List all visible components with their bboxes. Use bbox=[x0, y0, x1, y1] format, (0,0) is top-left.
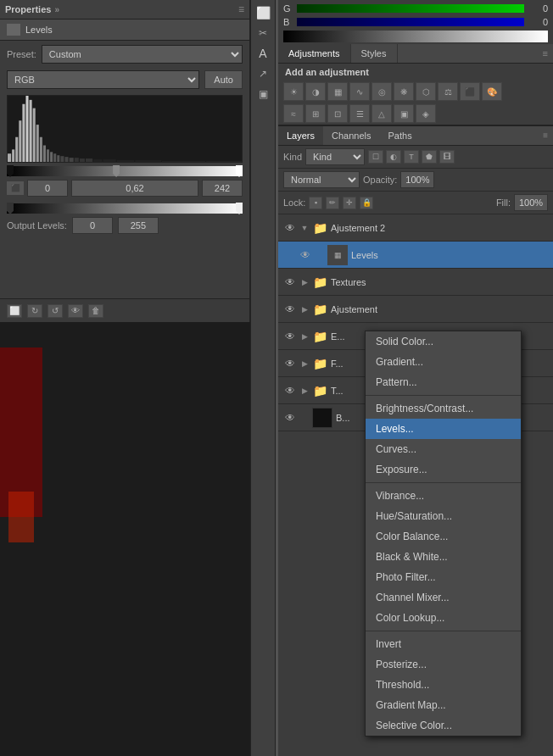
tool-item-3[interactable]: A bbox=[254, 44, 272, 63]
adj-threshold-icon[interactable]: △ bbox=[371, 104, 392, 123]
lock-paint-icon[interactable]: ✏ bbox=[326, 197, 339, 209]
layer-row-ajustement2[interactable]: 👁 ▼ 📁 Ajustement 2 bbox=[278, 214, 553, 242]
menu-item-0[interactable]: Solid Color... bbox=[366, 331, 521, 352]
tool-item-5[interactable]: ▣ bbox=[254, 85, 272, 103]
tool-item-4[interactable]: ↗ bbox=[254, 64, 272, 83]
menu-item-7[interactable]: Vibrance... bbox=[366, 486, 521, 506]
layer-row-textures[interactable]: 👁 ▶ 📁 Textures bbox=[278, 269, 553, 296]
output-black-slider[interactable] bbox=[7, 203, 14, 214]
refresh-icon[interactable]: ↻ bbox=[27, 304, 42, 318]
output-white-input[interactable]: 255 bbox=[118, 217, 159, 234]
mid-level-input[interactable]: 0,62 bbox=[71, 180, 198, 197]
menu-item-2[interactable]: Pattern... bbox=[366, 372, 521, 392]
adj-hue-icon[interactable]: ⬡ bbox=[416, 82, 436, 101]
tool-item-2[interactable]: ✂ bbox=[254, 24, 272, 42]
filter-adj-icon[interactable]: ◐ bbox=[386, 150, 401, 164]
layer-expand-ajustement2[interactable]: ▼ bbox=[300, 224, 309, 232]
filter-pixel-icon[interactable]: ☐ bbox=[368, 150, 383, 164]
layer-eye-t[interactable]: 👁 bbox=[283, 385, 297, 397]
adj-gradmap-icon[interactable]: ▣ bbox=[394, 104, 414, 123]
layers-panel-menu[interactable]: ≡ bbox=[538, 126, 553, 145]
black-level-input[interactable]: 0 bbox=[27, 180, 68, 197]
layer-row-ajustement[interactable]: 👁 ▶ 📁 Ajustement bbox=[278, 296, 553, 323]
menu-item-1[interactable]: Gradient... bbox=[366, 352, 521, 372]
layer-eye-ajustement2[interactable]: 👁 bbox=[283, 222, 297, 234]
menu-item-13[interactable]: Color Lookup... bbox=[366, 608, 521, 628]
visibility-icon[interactable]: 👁 bbox=[68, 304, 83, 318]
menu-item-5[interactable]: Curves... bbox=[366, 439, 521, 459]
layer-row-levels[interactable]: 👁 ▦ Levels bbox=[278, 242, 553, 269]
panel-menu-icon[interactable]: ≡ bbox=[238, 3, 244, 15]
menu-item-18[interactable]: Selective Color... bbox=[366, 715, 521, 736]
filter-type-icon[interactable]: T bbox=[404, 150, 419, 164]
adj-poster-icon[interactable]: ☰ bbox=[349, 104, 370, 123]
reset-icon[interactable]: ↺ bbox=[47, 304, 63, 318]
tool-item-1[interactable]: ⬜ bbox=[254, 3, 272, 22]
menu-item-10[interactable]: Black & White... bbox=[366, 547, 521, 567]
opacity-input[interactable]: 100% bbox=[400, 171, 434, 188]
adj-curves-icon[interactable]: ∿ bbox=[349, 82, 370, 101]
layer-eye-levels[interactable]: 👁 bbox=[299, 249, 312, 261]
layer-eye-textures[interactable]: 👁 bbox=[283, 276, 297, 288]
layer-eye-b[interactable]: 👁 bbox=[283, 412, 297, 424]
white-level-input[interactable]: 242 bbox=[202, 180, 243, 197]
tab-paths[interactable]: Paths bbox=[380, 126, 421, 145]
lock-transparency-icon[interactable]: ▪ bbox=[309, 197, 322, 209]
menu-item-8[interactable]: Hue/Saturation... bbox=[366, 506, 521, 526]
menu-item-6[interactable]: Exposure... bbox=[366, 459, 521, 480]
output-gradient-track[interactable] bbox=[7, 203, 243, 214]
adj-levels-icon[interactable]: ▦ bbox=[327, 82, 348, 101]
menu-item-16[interactable]: Threshold... bbox=[366, 675, 521, 695]
preset-select[interactable]: Custom bbox=[42, 45, 243, 64]
menu-item-17[interactable]: Gradient Map... bbox=[366, 695, 521, 715]
blend-mode-select[interactable]: Normal bbox=[283, 171, 360, 188]
kind-select[interactable]: Kind bbox=[305, 148, 365, 165]
menu-item-14[interactable]: Invert bbox=[366, 634, 521, 654]
layer-expand-t[interactable]: ▶ bbox=[300, 386, 309, 395]
white-input-slider[interactable] bbox=[236, 165, 243, 177]
filter-shape-icon[interactable]: ⬟ bbox=[422, 150, 437, 164]
layer-expand-ajustement[interactable]: ▶ bbox=[300, 305, 309, 314]
menu-item-4[interactable]: Levels... bbox=[366, 419, 521, 439]
menu-item-15[interactable]: Posterize... bbox=[366, 654, 521, 675]
layer-expand-textures[interactable]: ▶ bbox=[300, 278, 309, 286]
black-input-slider[interactable] bbox=[7, 165, 14, 177]
tab-channels[interactable]: Channels bbox=[323, 126, 379, 145]
b-channel-track[interactable] bbox=[297, 18, 524, 26]
channel-select[interactable]: RGB bbox=[7, 70, 199, 89]
adj-vibrance-icon[interactable]: ❋ bbox=[394, 82, 414, 101]
tab-adjustments[interactable]: Adjustments bbox=[278, 44, 351, 63]
tab-styles[interactable]: Styles bbox=[351, 44, 398, 63]
adj-photofilter-icon[interactable]: 🎨 bbox=[482, 82, 502, 101]
lock-move-icon[interactable]: ✛ bbox=[343, 197, 356, 209]
menu-item-9[interactable]: Color Balance... bbox=[366, 526, 521, 547]
menu-item-12[interactable]: Channel Mixer... bbox=[366, 587, 521, 608]
adj-chanmix-icon[interactable]: ≈ bbox=[283, 104, 304, 123]
menu-item-11[interactable]: Photo Filter... bbox=[366, 567, 521, 587]
adj-contrast-icon[interactable]: ◑ bbox=[305, 82, 326, 101]
adjustments-panel-menu[interactable]: ≡ bbox=[538, 44, 553, 63]
mid-input-slider[interactable] bbox=[113, 165, 120, 177]
fill-input[interactable]: 100% bbox=[514, 194, 548, 211]
auto-button[interactable]: Auto bbox=[204, 70, 243, 89]
tab-layers[interactable]: Layers bbox=[278, 126, 323, 145]
panel-expand-icon[interactable]: » bbox=[54, 5, 59, 14]
layer-eye-e[interactable]: 👁 bbox=[283, 331, 297, 342]
output-black-input[interactable]: 0 bbox=[72, 217, 113, 234]
adj-invert-icon[interactable]: ⊡ bbox=[327, 104, 348, 123]
adj-exposure-icon[interactable]: ◎ bbox=[371, 82, 392, 101]
filter-smart-icon[interactable]: 🎞 bbox=[439, 150, 455, 164]
output-white-slider[interactable] bbox=[236, 203, 243, 214]
adj-bw-icon[interactable]: ⬛ bbox=[460, 82, 480, 101]
layer-expand-e[interactable]: ▶ bbox=[300, 332, 309, 341]
layer-eye-f[interactable]: 👁 bbox=[283, 358, 297, 370]
menu-item-3[interactable]: Brightness/Contrast... bbox=[366, 398, 521, 419]
lock-all-icon[interactable]: 🔒 bbox=[360, 197, 373, 209]
layer-expand-f[interactable]: ▶ bbox=[300, 359, 309, 368]
input-slider-track[interactable] bbox=[7, 166, 243, 176]
adj-colorlookup-icon[interactable]: ⊞ bbox=[305, 104, 326, 123]
mask-icon[interactable]: ⬜ bbox=[7, 304, 22, 318]
adj-colorbal-icon[interactable]: ⚖ bbox=[438, 82, 458, 101]
adj-selective-icon[interactable]: ◈ bbox=[416, 104, 436, 123]
delete-icon[interactable]: 🗑 bbox=[88, 304, 103, 318]
